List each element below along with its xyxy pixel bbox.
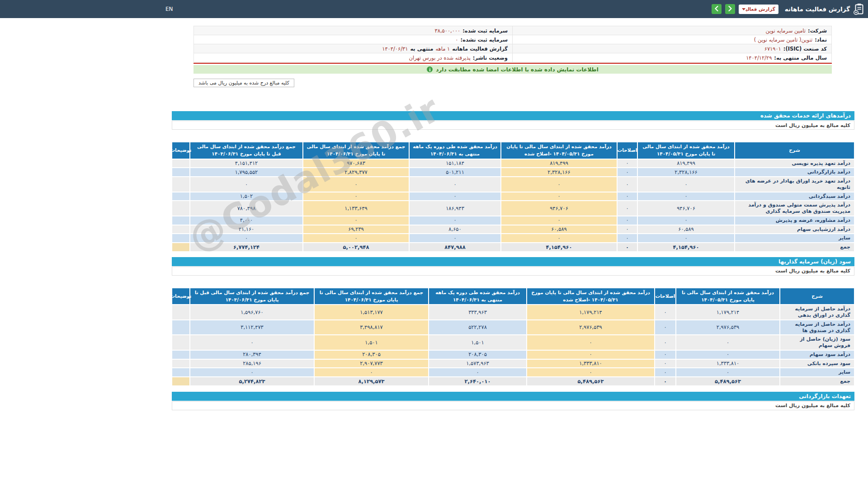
section-investment-pl: سود (زیان) سرمایه گذاریها کلیه مبالغ به … bbox=[172, 257, 854, 386]
value-cell: ۱,۵۹۶,۷۶۰ bbox=[190, 305, 314, 320]
value-cell: ۰ bbox=[190, 368, 314, 377]
row-label-cell: سود (زیان) حاصل از فروش سهام bbox=[780, 335, 854, 350]
value-cell: ۲۰۸,۳۰۵ bbox=[429, 350, 527, 359]
issuer-status-value: پذیرفته شده در بورس تهران bbox=[409, 55, 471, 61]
value-cell: ۱,۱۳۳,۶۴۹ bbox=[303, 201, 409, 216]
value-cell: ۲۰۸,۳۰۵ bbox=[314, 350, 429, 359]
amounts-unit-note: کلیه مبالغ درج شده به میلیون ریال می باش… bbox=[193, 79, 294, 87]
amounts-note-row: کلیه مبالغ درج شده به میلیون ریال می باش… bbox=[193, 78, 832, 87]
value-cell: ۰ bbox=[527, 368, 655, 377]
report-type-select[interactable]: گزارش فعالیت م bbox=[739, 5, 778, 14]
value-cell: ۰ bbox=[637, 234, 735, 243]
column-header: جمع درآمد محقق شده از ابتدای سال مالی تا… bbox=[314, 288, 429, 305]
unit-note-service-income: کلیه مبالغ به میلیون ریال است bbox=[172, 121, 854, 130]
value-cell: ۸۴۷,۹۸۸ bbox=[409, 243, 501, 252]
previous-report-button[interactable] bbox=[712, 4, 722, 14]
table-header-row: شرحدرآمد محقق شده از ابتدای سال مالی تا … bbox=[172, 142, 854, 159]
table-row: درآمد حاصل از سرمایه گذاری در اوراق بدهی… bbox=[172, 305, 854, 320]
value-cell: ۹۴۶,۷۰۶ bbox=[637, 201, 735, 216]
column-header: شرح bbox=[735, 142, 854, 159]
value-cell: ۰ bbox=[617, 216, 637, 225]
value-cell: ۰ bbox=[303, 192, 409, 201]
column-header: درآمد محقق شده طی دوره یک ماهه منتهی به … bbox=[409, 142, 501, 159]
red-divider bbox=[193, 63, 832, 64]
report-select-value: گزارش فعالیت م bbox=[745, 6, 775, 12]
value-cell: ۱,۱۷۹,۲۱۴ bbox=[676, 305, 780, 320]
registered-capital-label: سرمایه ثبت شده: bbox=[462, 28, 508, 34]
row-label-cell: درآمد مشاوره، عرضه و پذیرش bbox=[735, 216, 854, 225]
value-cell: ۶۰,۵۸۹ bbox=[501, 225, 617, 234]
row-label-cell: درآمد سود سهام bbox=[780, 350, 854, 359]
value-cell: ۰ bbox=[655, 305, 676, 320]
value-cell: ۰ bbox=[617, 159, 637, 168]
remarks-cell bbox=[172, 359, 190, 368]
info-row: سال مالی منتهی به: ۱۴۰۴/۱۲/۲۹ وضعیت ناشر… bbox=[194, 53, 831, 62]
next-report-button[interactable] bbox=[725, 4, 735, 14]
unregistered-capital-value: ۰ bbox=[455, 37, 458, 43]
page: گزارش فعالیت ماهانه گزارش فعالیت م EN bbox=[0, 0, 868, 488]
info-cell-symbol: نماد: تنوین( تامین سرمایه نوین ) bbox=[513, 35, 831, 44]
chevron-right-icon bbox=[728, 6, 732, 13]
value-cell: ۰ bbox=[617, 201, 637, 216]
value-cell: ۱,۳۳۳,۸۱۰ bbox=[676, 359, 780, 368]
row-label-cell: درآمد سبدگردانی bbox=[735, 192, 854, 201]
value-cell: ۷۸۰,۴۹۸ bbox=[190, 201, 303, 216]
section-title-investment-pl: سود (زیان) سرمایه گذاریها bbox=[172, 257, 854, 266]
company-info-wrap: شرکت: تامین سرمایه نوین سرمایه ثبت شده: … bbox=[193, 26, 832, 87]
value-cell: ۰ bbox=[527, 350, 655, 359]
value-cell: ۰ bbox=[655, 320, 676, 335]
table-row: درآمد تعهد پذیره نویسی۸۱۹,۴۹۹۰۸۱۹,۴۹۹۱۵۱… bbox=[172, 159, 854, 168]
signature-match-banner: اطلاعات نمایش داده شده با اطلاعات امضا ش… bbox=[193, 65, 832, 74]
value-cell: ۶۹,۲۳۹ bbox=[303, 225, 409, 234]
value-cell: ۴,۱۵۴,۹۶۰ bbox=[501, 243, 617, 252]
value-cell: ۲,۶۴۰,۰۱۰ bbox=[429, 377, 527, 386]
signature-match-text: اطلاعات نمایش داده شده با اطلاعات امضا ش… bbox=[436, 66, 599, 73]
value-cell: ۰ bbox=[617, 243, 637, 252]
remarks-cell bbox=[172, 320, 190, 335]
remarks-cell bbox=[172, 159, 190, 168]
section-title-service-income: درآمدهای ارائه خدمات محقق شده bbox=[172, 111, 854, 120]
service-income-table: شرحدرآمد محقق شده از ابتدای سال مالی تا … bbox=[172, 142, 854, 252]
value-cell: ۵,۴۸۹,۵۶۳ bbox=[676, 377, 780, 386]
row-label-cell: درآمد حاصل از سرمایه گذاری در اوراق بدهی bbox=[780, 305, 854, 320]
language-toggle[interactable]: EN bbox=[165, 6, 173, 12]
info-row: کد صنعت (ISIC): ۶۷۱۹۰۱ گزارش فعالیت ماها… bbox=[194, 44, 831, 53]
value-cell: ۰ bbox=[314, 368, 429, 377]
report-period-length: ۱ ماهه bbox=[435, 46, 450, 52]
column-header: درآمد محقق شده از ابتدای سال مالی تا پای… bbox=[501, 142, 617, 159]
value-cell: ۰ bbox=[429, 368, 527, 377]
value-cell: ۱,۱۷۹,۲۱۴ bbox=[527, 305, 655, 320]
value-cell: ۲,۸۲۹,۳۷۷ bbox=[303, 168, 409, 177]
fiscal-year-value: ۱۴۰۴/۱۲/۲۹ bbox=[746, 55, 772, 61]
value-cell: ۰ bbox=[409, 192, 501, 201]
chevron-down-icon bbox=[742, 8, 745, 10]
value-cell: ۲,۹۷۶,۵۳۹ bbox=[527, 320, 655, 335]
remarks-cell bbox=[172, 305, 190, 320]
value-cell: ۹۴۶,۷۰۶ bbox=[501, 201, 617, 216]
topbar-group: گزارش فعالیت ماهانه گزارش فعالیت م bbox=[712, 3, 864, 15]
value-cell: ۵,۰۰۲,۹۴۸ bbox=[303, 243, 409, 252]
remarks-cell bbox=[172, 192, 190, 201]
value-cell: ۰ bbox=[617, 192, 637, 201]
row-label-cell: درآمد ارزشیابی سهام bbox=[735, 225, 854, 234]
info-icon bbox=[427, 66, 433, 72]
page-title: گزارش فعالیت ماهانه bbox=[785, 5, 850, 13]
row-label-cell: سایر bbox=[780, 368, 854, 377]
value-cell: ۵۲۲,۲۷۸ bbox=[429, 320, 527, 335]
value-cell: ۵۰۱,۲۱۱ bbox=[409, 168, 501, 177]
table-row: درآمد حاصل از سرمایه گذاری در صندوق ها۲,… bbox=[172, 320, 854, 335]
value-cell: ۱,۵۱۳,۱۷۷ bbox=[314, 305, 429, 320]
value-cell: ۰ bbox=[676, 350, 780, 359]
value-cell: ۰ bbox=[655, 359, 676, 368]
value-cell: ۲,۳۲۸,۱۶۶ bbox=[637, 168, 735, 177]
value-cell: ۲,۹۰۷,۷۷۳ bbox=[314, 359, 429, 368]
value-cell: ۰ bbox=[303, 234, 409, 243]
value-cell: ۲۸۵,۱۹۶ bbox=[190, 359, 314, 368]
value-cell: ۰ bbox=[655, 377, 676, 386]
table-row: درآمد سود سهام۰۰۰۲۰۸,۳۰۵۲۰۸,۳۰۵۲۸۰,۳۹۴ bbox=[172, 350, 854, 359]
column-header: درآمد محقق شده از ابتدای سال مالی تا پای… bbox=[637, 142, 735, 159]
value-cell: ۰ bbox=[655, 335, 676, 350]
column-header: اصلاحات bbox=[617, 142, 637, 159]
value-cell: ۰ bbox=[190, 177, 303, 192]
info-cell-fiscal-year: سال مالی منتهی به: ۱۴۰۴/۱۲/۲۹ bbox=[513, 53, 831, 62]
